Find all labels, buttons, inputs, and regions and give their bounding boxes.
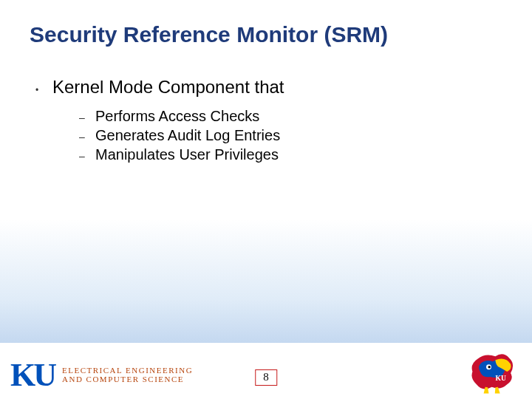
page-number: 8 [255, 369, 277, 386]
slide-footer: KU ELECTRICAL ENGINEERING AND COMPUTER S… [0, 347, 532, 399]
ku-logo: KU ELECTRICAL ENGINEERING AND COMPUTER S… [10, 359, 193, 392]
bullet-marker: • [33, 85, 52, 95]
svg-point-1 [488, 366, 490, 368]
sub-bullet-marker: – [79, 131, 95, 143]
slide: Security Reference Monitor (SRM) • Kerne… [0, 0, 532, 399]
slide-title: Security Reference Monitor (SRM) [30, 22, 388, 47]
sub-bullet-marker: – [79, 150, 95, 162]
sub-bullet-item: – Manipulates User Privileges [79, 146, 502, 163]
bullet-item: • Kernel Mode Component that [33, 77, 502, 98]
sub-bullet-text: Performs Access Checks [95, 108, 259, 125]
jayhawk-mascot-icon: KU [467, 349, 519, 395]
dept-line-2: AND COMPUTER SCIENCE [62, 375, 193, 384]
sub-bullet-item: – Generates Audit Log Entries [79, 127, 502, 144]
ku-wordmark: KU [10, 359, 55, 392]
svg-text:KU: KU [495, 374, 505, 382]
slide-content: • Kernel Mode Component that – Performs … [33, 77, 502, 166]
sub-bullet-list: – Performs Access Checks – Generates Aud… [79, 108, 502, 163]
ku-department: ELECTRICAL ENGINEERING AND COMPUTER SCIE… [62, 366, 193, 383]
sub-bullet-marker: – [79, 112, 95, 123]
sub-bullet-text: Generates Audit Log Entries [95, 127, 280, 144]
sub-bullet-text: Manipulates User Privileges [95, 146, 279, 163]
bullet-text: Kernel Mode Component that [52, 77, 284, 98]
sub-bullet-item: – Performs Access Checks [79, 108, 502, 125]
